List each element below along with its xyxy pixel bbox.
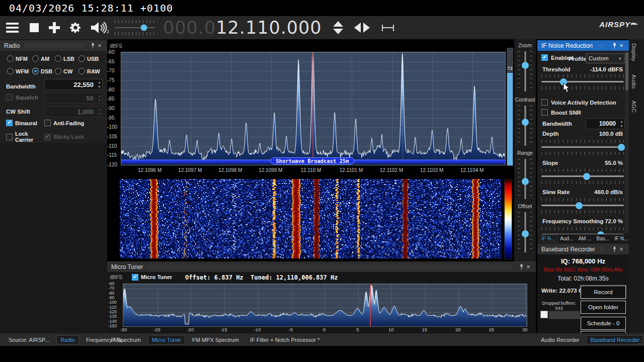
slider-track [541,146,624,148]
bandwidth-input[interactable]: 22,550 [44,79,103,90]
nr-vad-checkbox[interactable] [541,99,548,106]
mode-radio-nfm[interactable]: NFM [7,55,32,62]
close-icon[interactable]: × [525,263,532,270]
dock-tab-radio[interactable]: Radio [57,336,78,344]
tune-arrows [354,23,370,33]
bandwidth-label: Bandwidth [6,83,36,89]
side-tab-display[interactable]: Display [631,43,637,61]
mode-radio-usb[interactable]: USB [78,55,106,62]
panel-tab-aud[interactable]: Aud... [558,235,575,242]
slider-value: 72.0 % [605,218,623,224]
x-tick-label: 12.1096 M [138,167,162,173]
squelch-checkbox[interactable] [6,94,13,101]
slider-thumb[interactable] [522,62,529,69]
side-tab-agc[interactable]: AGC [631,101,637,113]
micro-tuner-canvas[interactable] [123,284,527,327]
close-icon[interactable]: × [618,246,625,253]
slider-thumb[interactable] [576,202,583,209]
radio-button-icon [78,55,85,62]
volume-slider[interactable] [115,20,155,35]
nr-scrollbar-thumb[interactable] [625,52,628,90]
slider-thumb[interactable] [522,178,529,185]
y-tick-label: -65 [107,58,119,64]
slider-thumb[interactable] [618,144,625,151]
panel-tab-if-n[interactable]: IF N... [539,235,557,242]
panel-tab-bas[interactable]: Bas... [595,235,612,242]
slider-thumb[interactable] [522,119,529,126]
mode-radio-raw[interactable]: RAW [78,68,106,74]
nr-profile-dropdown[interactable]: Custom ▼ [586,53,625,63]
dock-tab-if-spectrum[interactable]: IF Spectrum [107,336,144,344]
micro-tuner-checkbox[interactable] [132,274,138,281]
nr-bandwidth-input[interactable]: 10000 [586,118,625,129]
radio-button-icon [55,68,61,74]
display-slider-contrast[interactable] [514,105,536,147]
mode-radio-lsb[interactable]: LSB [55,55,78,62]
menu-button[interactable] [0,23,19,33]
squelch-label: Squelch [16,95,38,101]
mode-radio-cw[interactable]: CW [55,68,78,74]
nr-scrollbar[interactable] [625,51,629,233]
slider-label: Slope [542,160,558,166]
volume-slider-thumb[interactable] [140,25,147,31]
frequency-up-button[interactable] [333,21,343,27]
tune-left-button[interactable] [354,23,361,33]
pin-icon[interactable] [89,43,96,49]
x-tick-label: -25 [153,327,160,332]
dock-tab-baseband-recorder[interactable]: Baseband Recorder [587,336,643,344]
if-spectrum-canvas[interactable] [121,52,506,165]
waterfall-canvas[interactable] [120,179,501,258]
pin-icon[interactable] [611,246,618,252]
display-slider-range[interactable] [514,158,536,200]
display-slider-zoom[interactable] [514,50,536,93]
resize-grip[interactable] [636,338,642,344]
option-checkbox-binaural[interactable]: Binaural [6,120,44,126]
dock-tab-fm-mpx-spectrum[interactable]: FM MPX Spectrum [189,336,243,344]
slider-thumb[interactable] [583,173,590,180]
sdrsharp-window: 04/03/2026 15:28:11 +0100 2 [0,0,644,362]
frequency-down-button[interactable] [333,29,343,34]
add-button[interactable] [39,22,60,33]
schedule-button[interactable]: Schedule - 0 [581,317,626,330]
stop-button[interactable] [19,23,39,32]
spinner-icons[interactable] [620,119,623,128]
option-checkbox-lock-carrier[interactable]: Lock Carrier [6,131,44,143]
mode-radio-dsb[interactable]: DSB [32,68,55,74]
dock-tab-if-filter-notch-processor[interactable]: IF Filter + Notch Processor * [247,336,323,344]
slider-control[interactable] [541,139,624,156]
configure-button[interactable]: Configure [581,331,626,333]
close-icon[interactable]: × [96,42,103,49]
x-tick-label: -15 [220,327,227,332]
close-icon[interactable]: × [618,42,625,49]
nr-threshold-slider[interactable] [541,73,624,90]
slider-control[interactable] [541,168,624,185]
tune-right-button[interactable] [363,23,370,33]
pin-icon[interactable] [518,264,525,270]
dock-tab-audio-recorder[interactable]: Audio Recorder [537,336,583,344]
nr-boost-checkbox[interactable] [541,109,548,116]
slider-control[interactable] [541,197,624,214]
dock-tab-source-airsp[interactable]: Source: AIRSP... [5,336,53,344]
open-folder-button[interactable]: Open folder [581,301,626,314]
mute-button[interactable]: 2 [90,21,111,35]
frequency-display[interactable]: 000.0 12.110.000 [163,18,322,38]
panel-tab-if-n[interactable]: IF N... [612,235,629,242]
recorder-checkbox[interactable] [540,311,548,318]
option-checkbox-anti-fading[interactable]: Anti-Fading [44,120,104,126]
x-tick-label: -30 [120,327,127,332]
mode-radio-wfm[interactable]: WFM [7,68,32,74]
dock-tab-micro-tuner[interactable]: Micro Tuner [148,336,185,344]
settings-button[interactable] [69,21,82,34]
side-tab-audio[interactable]: Audio [631,74,637,88]
mode-radio-am[interactable]: AM [32,55,55,62]
x-tick-label: 12.1104 M [460,167,484,173]
slider-ticks [541,227,624,230]
spinner-icons[interactable] [98,80,101,89]
panel-tab-am[interactable]: AM ... [576,235,593,242]
pin-icon[interactable] [611,43,618,49]
record-button[interactable]: Record [581,286,626,299]
nr-enabled-checkbox[interactable] [541,54,548,61]
display-slider-offset[interactable] [514,211,536,253]
step-size-icon[interactable] [382,25,394,31]
slider-thumb[interactable] [522,230,529,237]
